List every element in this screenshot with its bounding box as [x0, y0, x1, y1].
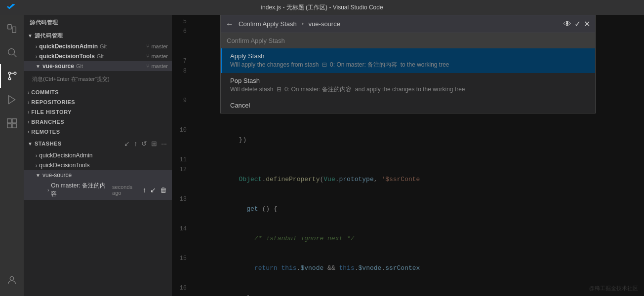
- quick-pick-panel: ← Confirm Apply Stash • vue-source 👁 ✓ ✕: [220, 15, 596, 113]
- quick-pick-item-pop[interactable]: Pop Stash Will delete stash ⊟ 0: On mast…: [221, 73, 595, 98]
- chevron-right-icon: ›: [28, 90, 29, 95]
- chevron-right-icon: ›: [28, 119, 29, 125]
- source-control-icon[interactable]: [0, 64, 24, 88]
- quick-pick-check-btn[interactable]: ✓: [574, 19, 581, 29]
- stashes-section[interactable]: ▼ STASHES ↙ ↑ ↺ ⊞ ···: [24, 137, 172, 150]
- branches-section[interactable]: › BRANCHES: [24, 117, 172, 127]
- stash-repo-quickdecisionadmin[interactable]: › quickDecisionAdmin: [24, 150, 172, 160]
- stash-repo-quickdecisiontools[interactable]: › quickDecisionTools: [24, 160, 172, 170]
- chevron-right-icon: ›: [47, 187, 49, 193]
- stash-entry[interactable]: › On master: 备注的内容 seconds ago ↑ ↙ 🗑: [24, 180, 172, 200]
- stash-repo-vuesource[interactable]: ▼ vue-source: [24, 170, 172, 180]
- repo-git-label: Git: [100, 43, 107, 49]
- title-separator: •: [301, 20, 304, 28]
- repo-branch: ⑂ master: [146, 43, 168, 50]
- repo-item-quickdecisionadmin[interactable]: › quickDecisionAdmin Git ⑂ master: [24, 41, 172, 51]
- remotes-label: REMOTES: [31, 129, 60, 135]
- chevron-right-icon: ›: [36, 153, 37, 158]
- stash-apply-entry-btn[interactable]: ↑: [142, 186, 147, 194]
- quick-pick-item-label: Cancel: [230, 102, 587, 109]
- stash-repo-name: vue-source: [42, 172, 72, 179]
- quick-pick-item-detail: Will delete stash ⊟ 0: On master: 备注的内容 …: [230, 85, 587, 94]
- stash-entry-actions: ↑ ↙ 🗑: [142, 186, 168, 194]
- quick-pick-title: Confirm Apply Stash • vue-source: [239, 20, 564, 28]
- svg-marker-7: [9, 96, 15, 104]
- svg-rect-11: [12, 124, 16, 128]
- chevron-right-icon: ›: [28, 100, 29, 105]
- branch-icon: ⑂: [146, 43, 150, 50]
- quick-pick-item-label: Apply Stash: [230, 52, 587, 60]
- editor-area: ← Confirm Apply Stash • vue-source 👁 ✓ ✕: [172, 15, 644, 296]
- repositories-label: REPOSITORIES: [31, 99, 75, 105]
- vscode-logo: [7, 3, 15, 13]
- svg-point-2: [8, 49, 15, 55]
- svg-line-3: [14, 54, 16, 57]
- quick-pick-input[interactable]: [221, 33, 595, 48]
- repo-name: quickDecisionTools: [39, 53, 94, 60]
- stash-icon: ⊟: [322, 61, 327, 68]
- repo-name: vue-source: [42, 63, 74, 70]
- overlay-backdrop: ← Confirm Apply Stash • vue-source 👁 ✓ ✕: [172, 15, 644, 296]
- svg-rect-9: [12, 119, 16, 123]
- quick-pick-title-text: Confirm Apply Stash: [239, 20, 297, 28]
- svg-point-4: [8, 72, 11, 74]
- svg-point-12: [10, 277, 13, 280]
- branches-label: BRANCHES: [31, 119, 64, 125]
- sidebar-header: 源代码管理: [24, 15, 172, 30]
- remotes-section[interactable]: › REMOTES: [24, 127, 172, 137]
- main-area: 源代码管理 ▼ 源代码管理 › quickDecisionAdmin Git ⑂…: [0, 15, 644, 296]
- repo-branch: ⑂ master: [146, 63, 168, 70]
- stash-refresh-btn[interactable]: ↺: [140, 139, 148, 148]
- stash-store-btn[interactable]: ⊞: [150, 139, 158, 148]
- quick-pick-item-apply[interactable]: Apply Stash Will apply the changes from …: [221, 48, 595, 73]
- stashes-label: STASHES: [35, 141, 62, 147]
- stash-pop-entry-btn[interactable]: ↙: [149, 186, 157, 194]
- branch-icon: ⑂: [146, 53, 150, 60]
- repo-item-vuesource[interactable]: ▼ vue-source Git ⑂ master: [24, 61, 172, 71]
- sidebar: 源代码管理 ▼ 源代码管理 › quickDecisionAdmin Git ⑂…: [24, 15, 172, 296]
- stash-drop-entry-btn[interactable]: 🗑: [159, 186, 168, 194]
- chevron-down-icon: ▼: [36, 64, 40, 69]
- chevron-right-icon: ›: [36, 54, 37, 59]
- svg-rect-1: [12, 27, 16, 33]
- svg-rect-10: [7, 124, 11, 128]
- source-control-section[interactable]: ▼ 源代码管理: [24, 30, 172, 41]
- svg-point-5: [14, 72, 16, 74]
- quick-pick-close-btn[interactable]: ✕: [584, 19, 590, 29]
- chevron-down-icon: ▼: [28, 141, 33, 147]
- stash-pop-btn[interactable]: ↙: [123, 139, 131, 148]
- svg-rect-0: [8, 25, 11, 29]
- svg-rect-8: [7, 119, 11, 123]
- quick-pick-view-btn[interactable]: 👁: [564, 20, 571, 29]
- file-history-section[interactable]: › FILE HISTORY: [24, 107, 172, 117]
- repo-git-label: Git: [97, 53, 104, 59]
- commits-section[interactable]: › COMMITS: [24, 87, 172, 97]
- quick-pick-back-button[interactable]: ←: [226, 20, 234, 29]
- stash-repo-name: quickDecisionTools: [39, 162, 89, 169]
- quick-pick-header: ← Confirm Apply Stash • vue-source 👁 ✓ ✕: [221, 15, 595, 33]
- stash-time: seconds ago: [112, 184, 142, 196]
- extensions-icon[interactable]: [0, 111, 24, 135]
- activity-bar: [0, 15, 24, 296]
- commits-label: COMMITS: [31, 89, 59, 95]
- explorer-icon[interactable]: [0, 17, 24, 40]
- quick-pick-subtitle: vue-source: [309, 20, 340, 28]
- stash-icon: ⊟: [277, 86, 282, 93]
- run-icon[interactable]: [0, 88, 24, 111]
- account-icon[interactable]: [0, 268, 24, 292]
- repositories-section[interactable]: › REPOSITORIES: [24, 97, 172, 107]
- svg-point-6: [8, 77, 11, 80]
- stash-repo-name: quickDecisionAdmin: [39, 152, 92, 159]
- repo-name: quickDecisionAdmin: [39, 43, 98, 50]
- stash-apply-btn[interactable]: ↑: [133, 139, 138, 148]
- repo-item-quickdecisiontools[interactable]: › quickDecisionTools Git ⑂ master: [24, 51, 172, 61]
- stash-entry-label: On master: 备注的内容: [51, 182, 109, 198]
- titlebar: index.js - 无标题 (工作区) - Visual Studio Cod…: [0, 0, 644, 15]
- file-history-label: FILE HISTORY: [31, 109, 72, 115]
- stash-more-btn[interactable]: ···: [160, 139, 168, 148]
- chevron-right-icon: ›: [28, 129, 29, 135]
- source-control-label: 源代码管理: [35, 32, 63, 39]
- quick-pick-item-cancel[interactable]: Cancel: [221, 98, 595, 113]
- commit-message-box: 消息(Ctrl+Enter 在"master"提交): [28, 73, 168, 85]
- search-icon[interactable]: [0, 40, 24, 64]
